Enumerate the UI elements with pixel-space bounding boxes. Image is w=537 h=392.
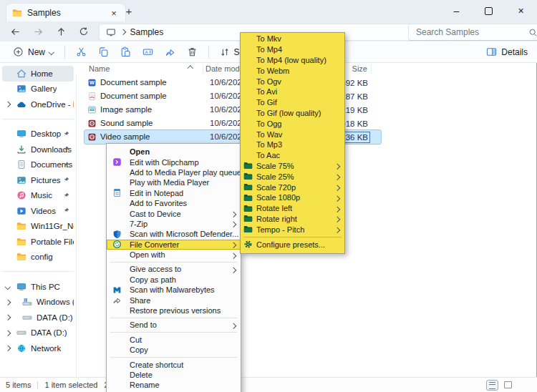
menu-item-configure-presets[interactable]: Configure presets... <box>241 239 344 250</box>
tab-samples[interactable]: Samples × <box>6 3 126 22</box>
menu-item-scale-1080p[interactable]: Scale 1080p <box>241 192 344 203</box>
sidebar-item-home[interactable]: Home <box>2 66 74 82</box>
search-box[interactable] <box>408 24 537 41</box>
menu-item-copy[interactable]: Copy <box>107 345 241 355</box>
menu-item-scale-75[interactable]: Scale 75% <box>241 161 344 172</box>
menu-item-to-ogv[interactable]: To Ogv <box>241 76 344 87</box>
new-button[interactable]: New <box>7 46 59 57</box>
menu-item-label: Scan with Microsoft Defender... <box>130 230 238 238</box>
chevron-right-icon[interactable] <box>6 97 10 112</box>
menu-item-play-with-media-player[interactable]: Play with Media Player <box>107 177 241 187</box>
paste-button[interactable] <box>115 44 137 61</box>
menu-item-tempo-pitch[interactable]: Tempo - Pitch <box>241 224 344 235</box>
menu-item-scale-25[interactable]: Scale 25% <box>241 171 344 182</box>
column-header-name[interactable]: Name <box>89 64 110 73</box>
sidebar-item-pictures[interactable]: Pictures <box>2 172 74 188</box>
sidebar-item-downloads[interactable]: Downloads <box>2 142 74 157</box>
menu-item-scan-with-malwarebytes[interactable]: Scan with Malwarebytes <box>107 285 241 295</box>
maximize-button[interactable] <box>473 0 505 21</box>
menu-item-edit-in-notepad[interactable]: Edit in Notepad <box>107 188 241 198</box>
menu-item-share[interactable]: Share <box>107 295 241 305</box>
refresh-button[interactable] <box>74 23 93 40</box>
menu-item-file-converter[interactable]: File Converter <box>107 240 241 250</box>
forward-button[interactable] <box>29 23 47 40</box>
back-button[interactable] <box>6 23 24 40</box>
menu-item-label: Cut <box>130 335 142 344</box>
details-view-toggle[interactable] <box>486 380 498 391</box>
sidebar-item-music[interactable]: Music <box>2 188 74 204</box>
cut-icon <box>76 46 87 57</box>
menu-item-to-mp3[interactable]: To Mp3 <box>241 139 344 150</box>
menu-item-7-zip[interactable]: 7-Zip <box>107 219 241 229</box>
sidebar-item-data-d[interactable]: DATA (D:) <box>2 325 74 341</box>
details-button[interactable]: Details <box>486 41 528 62</box>
menu-item-restore-previous-versions[interactable]: Restore previous versions <box>107 305 241 315</box>
menu-item-send-to[interactable]: Send to <box>107 320 241 330</box>
sidebar-item-windows-c[interactable]: Windows (C:) <box>2 295 74 310</box>
menu-item-rotate-left[interactable]: Rotate left <box>241 203 344 214</box>
sidebar-item-win11gr-new[interactable]: Win11Gr_New <box>2 219 74 235</box>
menu-item-add-to-favorites[interactable]: Add to Favorites <box>107 198 241 208</box>
menu-item-label: Rename <box>130 381 160 389</box>
close-button[interactable]: × <box>505 0 537 21</box>
sidebar-item-desktop[interactable]: Desktop <box>2 127 74 142</box>
menu-item-cut[interactable]: Cut <box>107 335 241 345</box>
sidebar-item-onedrive-persona[interactable]: OneDrive - Persona <box>2 97 74 112</box>
new-tab-button[interactable]: + <box>122 3 136 19</box>
menu-item-to-mp4[interactable]: To Mp4 <box>241 44 344 55</box>
column-divider[interactable] <box>371 64 372 74</box>
this-pc-icon <box>106 27 116 37</box>
drive-icon <box>16 328 26 338</box>
chevron-right-icon[interactable] <box>6 310 10 325</box>
menu-item-rotate-right[interactable]: Rotate right <box>241 214 344 225</box>
rename-button[interactable]: A <box>137 44 159 61</box>
sidebar-item-network[interactable]: Network <box>2 340 74 356</box>
sidebar-item-videos[interactable]: Videos <box>2 203 74 219</box>
sidebar-item-gallery[interactable]: Gallery <box>2 82 74 97</box>
menu-item-to-webm[interactable]: To Webm <box>241 65 344 76</box>
menu-item-to-wav[interactable]: To Wav <box>241 129 344 139</box>
sidebar-item-this-pc[interactable]: This PC <box>2 279 74 295</box>
menu-item-to-mp4-low-quality[interactable]: To Mp4 (low quality) <box>241 55 344 66</box>
sidebar-item-config[interactable]: config <box>2 250 74 265</box>
chevron-down-icon[interactable] <box>6 279 10 295</box>
menu-item-add-to-media-player-play-queue[interactable]: Add to Media Player play queue <box>107 167 241 177</box>
menu-item-copy-as-path[interactable]: Copy as path <box>107 275 241 285</box>
menu-item-label: Edit in Notepad <box>130 189 183 197</box>
chevron-right-icon[interactable] <box>6 295 10 310</box>
menu-item-give-access-to[interactable]: Give access to <box>107 264 241 274</box>
sidebar-item-data-d[interactable]: DATA (D:) <box>2 310 74 325</box>
search-input[interactable] <box>415 26 528 38</box>
copy-button[interactable] <box>92 44 115 61</box>
chevron-right-icon[interactable] <box>6 340 10 356</box>
folder-icon <box>12 8 22 18</box>
sidebar-item-portable-files[interactable]: Portable Files <box>2 234 74 250</box>
sidebar-item-label: Desktop <box>31 129 61 138</box>
menu-item-delete[interactable]: Delete <box>107 370 241 380</box>
chevron-right-icon[interactable] <box>6 325 10 341</box>
sidebar-item-label: OneDrive - Persona <box>31 100 74 109</box>
menu-item-scan-with-microsoft-defender[interactable]: Scan with Microsoft Defender... <box>107 229 241 239</box>
menu-item-to-gif-low-quality[interactable]: To Gif (low quality) <box>241 108 344 119</box>
menu-item-edit-with-clipchamp[interactable]: Edit with Clipchamp <box>107 157 241 167</box>
menu-item-to-ogg[interactable]: To Ogg <box>241 118 344 129</box>
menu-item-to-aac[interactable]: To Aac <box>241 150 344 161</box>
sidebar-item-documents[interactable]: Documents <box>2 157 74 173</box>
menu-item-cast-to-device[interactable]: Cast to Device <box>107 208 241 218</box>
share-button[interactable] <box>159 44 181 61</box>
menu-item-to-avi[interactable]: To Avi <box>241 87 344 97</box>
tab-close-icon[interactable]: × <box>108 8 120 19</box>
menu-item-open-with[interactable]: Open with <box>107 250 241 260</box>
menu-item-create-shortcut[interactable]: Create shortcut <box>107 359 241 369</box>
delete-button[interactable] <box>181 44 203 61</box>
menu-item-to-mkv[interactable]: To Mkv <box>241 34 344 44</box>
thumbnail-view-toggle[interactable] <box>503 380 513 389</box>
column-divider[interactable] <box>203 64 203 74</box>
minimize-button[interactable]: – <box>440 0 473 21</box>
up-button[interactable] <box>52 23 70 40</box>
menu-item-open[interactable]: Open <box>107 147 241 157</box>
menu-item-scale-720p[interactable]: Scale 720p <box>241 182 344 192</box>
menu-item-to-gif[interactable]: To Gif <box>241 97 344 108</box>
menu-item-rename[interactable]: Rename <box>107 380 241 390</box>
cut-button[interactable] <box>70 44 92 61</box>
